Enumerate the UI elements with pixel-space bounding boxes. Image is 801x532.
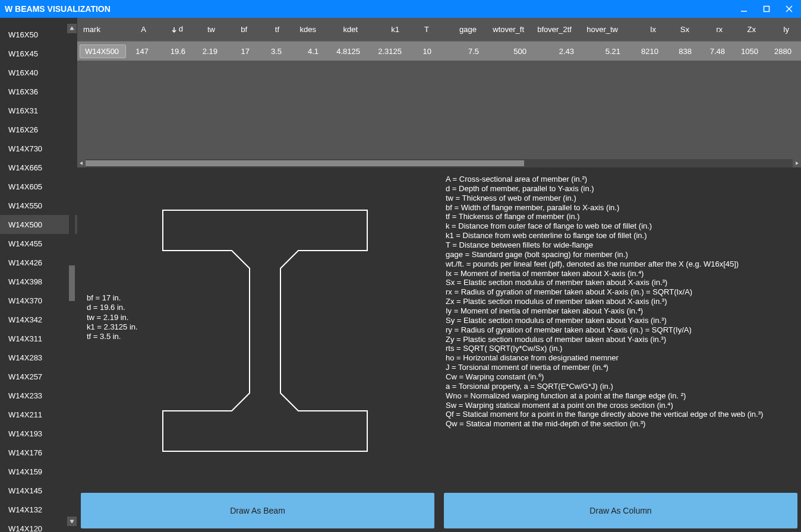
svg-marker-5: [70, 520, 74, 523]
sidebar-item[interactable]: W14X145: [0, 481, 77, 500]
cell-gage[interactable]: 7.5: [437, 47, 485, 56]
cell-tw[interactable]: 2.19: [191, 47, 223, 56]
column-header-label: kdet: [343, 25, 358, 34]
cell-Zx[interactable]: 1050: [731, 47, 764, 56]
sidebar-item[interactable]: W14X311: [0, 329, 77, 348]
column-header-A[interactable]: A: [124, 25, 152, 34]
sidebar-scrollbar[interactable]: [67, 24, 77, 526]
column-header-kdes[interactable]: kdes: [285, 25, 322, 34]
definition-line: ry = Radius of gyration of member taken …: [446, 325, 791, 335]
column-header-tf[interactable]: tf: [253, 25, 285, 34]
scroll-down-button[interactable]: [67, 517, 77, 526]
cell-Iy[interactable]: 2880: [764, 47, 797, 56]
column-header-hover_tw[interactable]: hover_tw: [578, 25, 624, 34]
beam-label-tf: tf = 3.5 in.: [87, 332, 138, 341]
cell-bf[interactable]: 17: [223, 47, 256, 56]
cell-rx[interactable]: 7.48: [698, 47, 731, 56]
column-header-gage[interactable]: gage: [435, 25, 483, 34]
sidebar-item[interactable]: W16X26: [0, 120, 77, 139]
cell-wtover_ft[interactable]: 500: [485, 47, 532, 56]
column-header-Sx[interactable]: Sx: [662, 25, 695, 34]
hscroll-thumb[interactable]: [86, 160, 524, 166]
draw-as-column-button[interactable]: Draw As Column: [444, 493, 797, 528]
column-header-wtover_ft[interactable]: wtover_ft: [483, 25, 530, 34]
scroll-thumb[interactable]: [69, 265, 75, 301]
column-header-Zx[interactable]: Zx: [729, 25, 762, 34]
sidebar-item[interactable]: W14X193: [0, 424, 77, 443]
sidebar-item[interactable]: W14X665: [0, 158, 77, 177]
column-header-label: bfover_2tf: [537, 25, 572, 34]
grid-header-row: markAdtwbftfkdeskdetk1Tgagewtover_ftbfov…: [77, 18, 801, 42]
sidebar-item[interactable]: W14X132: [0, 500, 77, 519]
cell-Sx[interactable]: 838: [664, 47, 698, 56]
cell-tf[interactable]: 3.5: [256, 47, 288, 56]
sidebar-item[interactable]: W16X45: [0, 44, 77, 63]
sidebar-item[interactable]: W14X120: [0, 519, 77, 532]
definition-line: rx = Radius of gyration of member taken …: [446, 287, 791, 297]
column-header-T[interactable]: T: [405, 25, 435, 34]
column-header-Ix[interactable]: Ix: [624, 25, 662, 34]
grid-data-row[interactable]: W14X50014719.62.19173.54.14.81252.312510…: [77, 42, 801, 61]
column-header-Iy[interactable]: Iy: [762, 25, 795, 34]
cell-kdes[interactable]: 4.1: [288, 47, 324, 56]
definition-line: Iy = Moment of inertia of member taken a…: [446, 306, 791, 316]
cell-mark[interactable]: W14X500: [80, 45, 126, 58]
column-header-tw[interactable]: tw: [189, 25, 221, 34]
cell-k1[interactable]: 2.3125: [366, 47, 408, 56]
column-header-d[interactable]: d: [152, 24, 189, 34]
sidebar-item[interactable]: W16X31: [0, 101, 77, 120]
cell-A[interactable]: 147: [126, 47, 154, 56]
sidebar-item[interactable]: W14X257: [0, 367, 77, 386]
definition-line: A = Cross-sectional area of member (in.²…: [446, 175, 791, 184]
sidebar-item[interactable]: W14X550: [0, 196, 77, 215]
sidebar-item[interactable]: W16X50: [0, 25, 77, 44]
svg-marker-8: [796, 162, 799, 165]
column-header-rx[interactable]: rx: [695, 25, 729, 34]
maximize-button[interactable]: [759, 2, 774, 16]
column-header-label: tf: [275, 25, 279, 34]
sidebar-item[interactable]: W14X176: [0, 443, 77, 462]
hscroll-right-button[interactable]: [793, 159, 801, 167]
sidebar-item[interactable]: W14X283: [0, 348, 77, 367]
sidebar-item[interactable]: W16X36: [0, 82, 77, 101]
draw-as-beam-button[interactable]: Draw As Beam: [81, 493, 434, 528]
sidebar-item[interactable]: W14X500: [0, 215, 77, 234]
column-header-k1[interactable]: k1: [364, 25, 405, 34]
column-header-label: k1: [391, 25, 399, 34]
sidebar-item[interactable]: W14X398: [0, 272, 77, 291]
scroll-track[interactable]: [69, 33, 75, 517]
column-header-label: mark: [83, 25, 100, 34]
sidebar-item[interactable]: W16X40: [0, 63, 77, 82]
cell-kdet[interactable]: 4.8125: [324, 47, 366, 56]
sidebar-item[interactable]: W14X605: [0, 177, 77, 196]
column-header-bfover_2tf[interactable]: bfover_2tf: [530, 25, 578, 34]
cell-Ix[interactable]: 8210: [626, 47, 664, 56]
definition-line: tf = Thickenss of flange of member (in.): [446, 212, 791, 221]
close-button[interactable]: [782, 2, 796, 16]
beam-label-k1: k1 = 2.3125 in.: [87, 322, 138, 332]
svg-marker-4: [70, 27, 74, 30]
sidebar-item[interactable]: W14X342: [0, 310, 77, 329]
sidebar-item[interactable]: W14X730: [0, 139, 77, 158]
cell-bfover_2tf[interactable]: 2.43: [532, 47, 580, 56]
grid-horizontal-scrollbar[interactable]: [77, 159, 801, 167]
definition-line: Sy = Elastic section modulus of member t…: [446, 316, 791, 325]
column-header-kdet[interactable]: kdet: [322, 25, 364, 34]
cell-hover_tw[interactable]: 5.21: [580, 47, 626, 56]
cell-d[interactable]: 19.6: [154, 47, 191, 56]
sidebar-item[interactable]: W14X233: [0, 386, 77, 405]
hscroll-left-button[interactable]: [77, 159, 86, 167]
definition-line: Zy = Plastic section modulus of member t…: [446, 335, 791, 344]
sidebar-item[interactable]: W14X159: [0, 462, 77, 481]
minimize-button[interactable]: [737, 2, 751, 16]
svg-rect-1: [764, 7, 770, 12]
column-header-mark[interactable]: mark: [77, 25, 124, 34]
scroll-up-button[interactable]: [67, 24, 77, 33]
sidebar-item[interactable]: W14X455: [0, 234, 77, 253]
sidebar-item[interactable]: W14X211: [0, 405, 77, 424]
sidebar-item[interactable]: W14X370: [0, 291, 77, 310]
cell-T[interactable]: 10: [408, 47, 437, 56]
sidebar-item[interactable]: W14X426: [0, 253, 77, 272]
column-header-bf[interactable]: bf: [221, 25, 253, 34]
definition-line: Sx = Elastic section modulus of member t…: [446, 278, 791, 287]
